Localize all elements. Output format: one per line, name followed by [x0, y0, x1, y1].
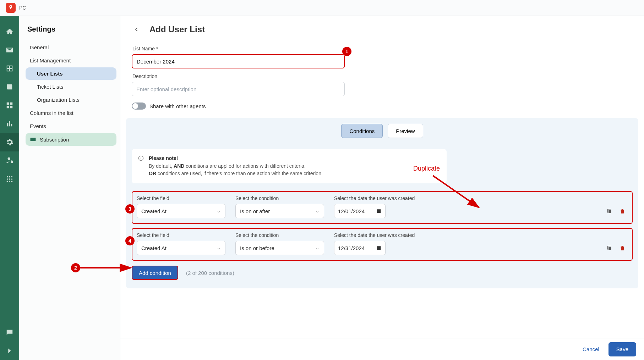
svg-point-6 [7, 181, 8, 182]
duplicate-icon[interactable] [606, 208, 613, 215]
mail-icon[interactable] [0, 41, 19, 59]
note-text: By default, [149, 163, 174, 169]
date-value: 12/31/2024 [338, 245, 365, 251]
svg-point-8 [11, 181, 13, 182]
select-value: Created At [141, 245, 167, 251]
sidebar-item-subscription[interactable]: Subscription [26, 133, 116, 146]
brand-text: PC [19, 5, 26, 11]
annotation-duplicate-label: Duplicate [413, 165, 440, 172]
widgets-icon[interactable] [0, 96, 19, 115]
field-label: Select the field [137, 232, 225, 238]
tab-preview[interactable]: Preview [388, 124, 423, 138]
book-icon[interactable] [0, 78, 19, 96]
list-name-input[interactable] [132, 54, 345, 68]
field-label: Select the field [137, 195, 225, 201]
annotation-badge-2: 2 [71, 263, 80, 272]
note-text: conditions are applied for actions with … [184, 163, 305, 169]
tab-conditions[interactable]: Conditions [341, 124, 383, 138]
home-icon[interactable] [0, 22, 19, 41]
select-value: Is on or before [240, 245, 274, 251]
sidebar-item-organization-lists[interactable]: Organization Lists [26, 94, 116, 106]
apps-icon[interactable] [0, 170, 19, 188]
chat-icon[interactable] [0, 323, 19, 342]
chevron-down-icon [315, 246, 320, 250]
calendar-icon [376, 208, 382, 214]
description-input[interactable] [132, 82, 345, 96]
calendar-icon [376, 245, 382, 251]
share-label: Share with other agents [149, 103, 206, 109]
svg-point-2 [11, 176, 13, 178]
condition-select[interactable]: Is on or before [235, 241, 324, 255]
annotation-badge-3: 3 [125, 204, 135, 214]
duplicate-icon[interactable] [606, 245, 613, 252]
svg-point-1 [9, 176, 10, 178]
back-button[interactable] [132, 24, 142, 34]
expand-icon[interactable] [0, 342, 19, 360]
chevron-down-icon [315, 209, 320, 213]
select-value: Created At [141, 208, 167, 214]
condition-row: Select the field Created At Select the c… [132, 228, 633, 261]
condition-label: Select the condition [235, 232, 324, 238]
analytics-icon[interactable] [0, 115, 19, 133]
sidebar-item-user-lists[interactable]: User Lists [26, 67, 116, 80]
main-area: Add User List List Name * Description Sh… [120, 16, 644, 360]
svg-point-4 [9, 178, 10, 180]
field-select[interactable]: Created At [137, 241, 225, 255]
sidebar-item-ticket-lists[interactable]: Ticket Lists [26, 81, 116, 93]
condition-count: (2 of 200 conditions) [186, 270, 234, 276]
svg-point-7 [9, 181, 10, 182]
condition-select[interactable]: Is on or after [235, 204, 324, 218]
footer-bar: Cancel Save [120, 338, 644, 360]
conditions-panel: Conditions Preview Please note! By defau… [126, 118, 638, 288]
condition-row: Select the field Created At Select the c… [132, 191, 633, 224]
field-select[interactable]: Created At [137, 204, 225, 218]
user-lock-icon[interactable] [0, 151, 19, 170]
sidebar-item-list-management[interactable]: List Management [26, 54, 116, 67]
settings-icon[interactable] [0, 133, 19, 151]
top-bar: PC [0, 0, 644, 16]
chevron-down-icon [217, 209, 221, 213]
svg-point-3 [7, 178, 8, 180]
annotation-badge-4: 4 [125, 236, 135, 245]
date-label: Select the date the user was created [334, 232, 415, 238]
list-name-label: List Name * [132, 46, 468, 51]
svg-point-0 [7, 176, 8, 178]
note-box: Please note! By default, AND conditions … [132, 149, 447, 183]
page-title: Add User List [149, 24, 205, 34]
card-icon [30, 136, 36, 143]
note-text: OR [149, 171, 156, 176]
nav-rail [0, 16, 19, 360]
delete-icon[interactable] [619, 245, 626, 252]
note-text: conditions are used, if there's more tha… [156, 171, 323, 176]
tickets-icon[interactable] [0, 59, 19, 78]
sidebar-item-general[interactable]: General [26, 41, 116, 54]
add-condition-button[interactable]: Add condition [132, 266, 178, 280]
svg-line-11 [433, 176, 479, 207]
save-button[interactable]: Save [608, 342, 636, 356]
select-value: Is on or after [240, 208, 270, 214]
info-icon [138, 155, 144, 178]
date-input[interactable]: 12/01/2024 [334, 204, 386, 218]
annotation-badge-1: 1 [342, 47, 351, 56]
annotation-arrow [80, 261, 136, 274]
note-heading: Please note! [149, 155, 178, 161]
delete-icon[interactable] [619, 208, 626, 215]
condition-label: Select the condition [235, 195, 324, 201]
share-toggle[interactable] [132, 103, 146, 110]
app-logo [6, 3, 16, 13]
sidebar-item-events[interactable]: Events [26, 120, 116, 132]
description-label: Description [132, 73, 468, 79]
date-input[interactable]: 12/31/2024 [334, 241, 386, 255]
annotation-arrow [429, 172, 490, 215]
sidebar-title: Settings [26, 25, 116, 33]
note-text: AND [174, 163, 184, 169]
settings-sidebar: Settings General List Management User Li… [19, 16, 120, 360]
sidebar-item-label: Subscription [40, 137, 69, 143]
chevron-down-icon [217, 246, 221, 250]
date-label: Select the date the user was created [334, 195, 415, 201]
svg-point-5 [11, 178, 13, 180]
sidebar-item-columns[interactable]: Columns in the list [26, 107, 116, 119]
date-value: 12/01/2024 [338, 208, 365, 214]
cancel-button[interactable]: Cancel [583, 346, 599, 352]
